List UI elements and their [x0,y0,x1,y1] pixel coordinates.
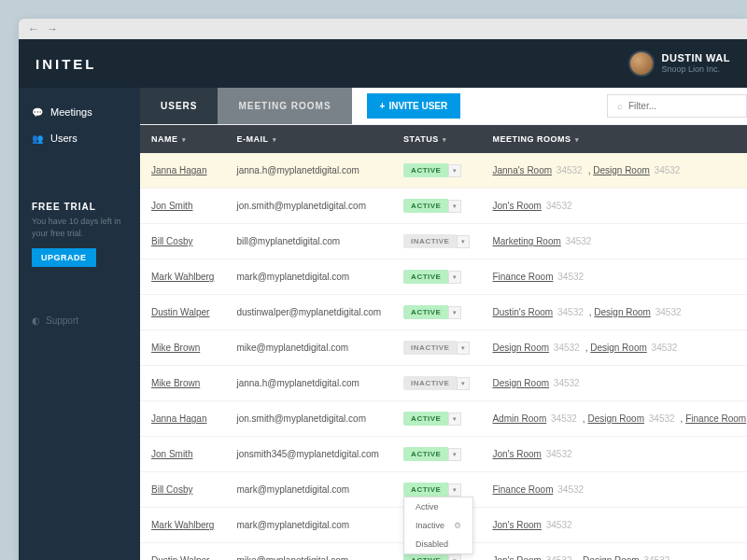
back-arrow-icon[interactable]: ← [28,22,39,35]
table-row[interactable]: Dustin Walperdustinwalper@myplanetdigita… [140,295,747,330]
user-name-link[interactable]: Janna Hagan [151,413,207,424]
chat-icon: 💬 [32,106,43,118]
user-name-link[interactable]: Janna Hagan [151,165,207,175]
status-dropdown-toggle[interactable]: ▾ [457,235,470,248]
sort-icon: ▾ [572,136,579,143]
room-link[interactable]: Dustin's Room [492,307,553,317]
status-option[interactable]: Active [404,497,472,516]
table-row[interactable]: Jon Smithjonsmith345@myplanetdigital.com… [140,437,747,472]
user-name-link[interactable]: Jon Smith [151,449,192,459]
user-name-link[interactable]: Mark Wahlberg [151,520,214,530]
trial-title: FREE TRIAL [32,202,127,212]
column-header[interactable]: NAME ▾ [140,125,225,153]
user-email: jonsmith345@myplanetdigital.com [225,437,392,472]
room-id: 34532 [546,449,572,459]
table-row[interactable]: Mark Wahlbergmark@myplanetdigital.comACT… [140,259,747,295]
app-root: INITEL DUSTIN WAL Snoop Lion Inc. 💬Meeti… [19,39,747,560]
user-email: mike@myplanetdigital.com [225,330,392,366]
sidebar-item-users[interactable]: 👥Users [19,125,140,151]
room-link[interactable]: Design Room [583,555,640,560]
status-dropdown-toggle[interactable]: ▾ [448,448,461,461]
status-badge: ACTIVE [403,270,448,284]
status-option[interactable]: Inactive ⚙ [404,516,472,535]
filter-input[interactable] [628,101,737,111]
user-name-link[interactable]: Jon Smith [151,201,192,211]
table-row[interactable]: Mike Brownjanna.h@myplanetdigital.comINA… [140,366,747,401]
column-header[interactable]: E-MAIL ▾ [225,125,392,153]
room-link[interactable]: Design Room [594,307,651,317]
tab-users[interactable]: USERS [140,88,218,124]
room-link[interactable]: Design Room [492,378,549,388]
status-dropdown-toggle[interactable]: ▾ [448,306,461,319]
filter-box[interactable]: ⌕ [607,94,747,118]
room-link[interactable]: Design Room [590,343,647,353]
user-email: jon.smith@myplanetdigital.com [225,189,392,224]
sidebar-item-meetings[interactable]: 💬Meetings [19,99,140,125]
room-link[interactable]: Design Room [587,413,644,424]
sort-icon: ▾ [180,136,187,143]
table-row[interactable]: Mike Brownmike@myplanetdigital.comINACTI… [140,330,747,366]
user-name: DUSTIN WAL [662,52,730,64]
user-name-link[interactable]: Bill Cosby [151,484,192,495]
room-link[interactable]: Finance Room [492,272,553,282]
table-row[interactable]: Bill Cosbybill@myplanetdigital.comINACTI… [140,224,747,259]
table-row[interactable]: Janna Haganjanna.h@myplanetdigital.comAC… [140,153,747,189]
room-link[interactable]: Jon's Room [492,520,542,530]
room-link[interactable]: Jon's Room [492,555,542,560]
room-id: 34532 [554,378,580,388]
user-name-link[interactable]: Bill Cosby [151,236,192,246]
status-dropdown-toggle[interactable]: ▾ [448,413,461,426]
status-dropdown-toggle[interactable]: ▾ [448,164,461,177]
status-dropdown-toggle[interactable]: ▾ [448,200,461,213]
room-link[interactable]: Jon's Room [492,201,542,211]
user-menu[interactable]: DUSTIN WAL Snoop Lion Inc. [628,50,730,77]
status-dropdown-toggle[interactable]: ▾ [457,377,470,390]
status-badge: INACTIVE [403,376,457,390]
user-name-link[interactable]: Dustin Walper [151,555,209,560]
browser-window: ← → INITEL DUSTIN WAL Snoop Lion Inc. 💬M… [19,19,747,560]
user-org: Snoop Lion Inc. [662,64,730,75]
room-link[interactable]: Design Room [492,343,549,353]
tab-meeting-rooms[interactable]: MEETING ROOMS [218,88,351,124]
user-name-link[interactable]: Mike Brown [151,343,200,353]
sidebar-item-label: Users [50,133,78,144]
content: USERSMEETING ROOMS + INVITE USER ⌕ NAME … [140,88,747,560]
trial-box: FREE TRIAL You have 10 days left in your… [19,189,140,280]
room-link[interactable]: Jon's Room [492,449,542,459]
trial-text: You have 10 days left in your free trial… [32,216,127,239]
table-wrap[interactable]: NAME ▾E-MAIL ▾STATUS ▾MEETING ROOMS ▾CRE… [140,125,747,560]
status-dropdown-toggle[interactable]: ▾ [448,554,461,561]
table-row[interactable]: Jon Smithjon.smith@myplanetdigital.comAC… [140,189,747,224]
room-id: 34532 [546,555,572,560]
room-link[interactable]: Finance Room [492,484,553,495]
room-id: 34532 [554,343,580,353]
support-link[interactable]: ◐ Support [19,308,140,333]
room-link[interactable]: Finance Room [685,413,746,424]
invite-user-button[interactable]: + INVITE USER [367,93,461,119]
user-rooms: Dustin's Room 34532, Design Room 34532 [481,295,747,330]
user-email: janna.h@myplanetdigital.com [225,153,392,189]
table-row[interactable]: Janna Haganjon.smith@myplanetdigital.com… [140,401,747,437]
status-dropdown-toggle[interactable]: ▾ [448,483,461,497]
user-email: mark@myplanetdigital.com [225,472,392,508]
user-name-link[interactable]: Dustin Walper [151,307,209,317]
user-rooms: Janna's Room 34532, Design Room 34532 [481,153,747,189]
user-name-link[interactable]: Mark Wahlberg [151,272,214,282]
table-row[interactable]: Bill Cosbymark@myplanetdigital.comACTIVE… [140,472,747,508]
user-rooms: Finance Room 34532 [481,259,747,295]
forward-arrow-icon[interactable]: → [47,22,58,35]
room-link[interactable]: Admin Room [492,413,546,424]
column-header[interactable]: STATUS ▾ [392,125,481,153]
upgrade-button[interactable]: UPGRADE [32,248,96,267]
logo[interactable]: INITEL [35,56,97,72]
status-option[interactable]: Disabled [404,535,472,553]
room-link[interactable]: Janna's Room [492,165,552,175]
user-name-link[interactable]: Mike Brown [151,378,200,388]
status-badge: ACTIVE [403,553,448,560]
room-link[interactable]: Marketing Room [492,236,560,246]
room-id: 34532 [546,520,572,530]
status-dropdown-toggle[interactable]: ▾ [457,342,470,355]
room-link[interactable]: Design Room [593,165,650,175]
status-dropdown-toggle[interactable]: ▾ [448,271,461,284]
column-header[interactable]: MEETING ROOMS ▾ [481,125,747,153]
